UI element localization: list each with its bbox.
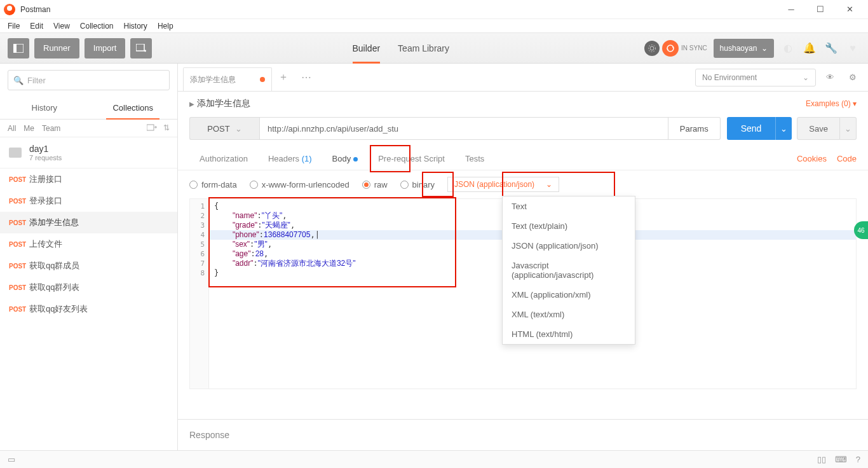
history-tab[interactable]: History — [0, 97, 89, 119]
ct-option-html[interactable]: HTML (text/html) — [503, 324, 635, 344]
folder-icon — [9, 148, 22, 158]
chevron-down-icon: ⌄ — [803, 73, 809, 82]
bell-icon[interactable]: 🔔 — [802, 42, 817, 54]
save-dropdown[interactable]: ⌄ — [840, 117, 857, 140]
svg-rect-2 — [136, 44, 144, 51]
status-left-icon[interactable]: ▭ — [8, 455, 15, 464]
params-button[interactable]: Params — [668, 117, 721, 140]
sidebar-request[interactable]: POST添加学生信息 — [0, 212, 177, 233]
svg-point-6 — [649, 45, 656, 52]
svg-rect-9 — [147, 125, 154, 130]
sync-icon[interactable] — [662, 40, 679, 57]
scope-team[interactable]: Team — [42, 124, 60, 133]
tab-menu-button[interactable]: ⋯ — [295, 71, 318, 83]
menu-file[interactable]: File — [3, 22, 25, 31]
menubar: File Edit View Collection History Help — [0, 19, 868, 33]
keyboard-icon[interactable]: ⌨ — [835, 455, 847, 464]
content-type-select[interactable]: JSON (application/json) ⌄ — [447, 177, 559, 192]
examples-link[interactable]: Examples (0) ▾ — [806, 99, 857, 108]
dirty-indicator — [260, 77, 265, 82]
sort-icon[interactable]: ⇅ — [163, 123, 170, 133]
formdata-radio[interactable]: form-data — [189, 180, 237, 189]
ct-option-javascript[interactable]: Javascript (application/javascript) — [503, 256, 635, 285]
sidebar-request[interactable]: POST获取qq群成员 — [0, 255, 177, 277]
chevron-down-icon: ⌄ — [235, 124, 242, 134]
collection-day1[interactable]: day1 7 requests — [0, 137, 177, 169]
wrench-icon[interactable]: 🔧 — [824, 42, 839, 54]
scope-all[interactable]: All — [8, 124, 16, 133]
body-tab[interactable]: Body — [322, 148, 369, 170]
proxy-icon[interactable] — [644, 41, 660, 56]
urlencoded-radio[interactable]: x-www-form-urlencoded — [250, 180, 349, 189]
ct-option-xml-text[interactable]: XML (text/xml) — [503, 305, 635, 324]
builder-tab[interactable]: Builder — [353, 33, 381, 64]
team-library-tab[interactable]: Team Library — [398, 33, 449, 64]
tests-tab[interactable]: Tests — [455, 148, 494, 170]
sidebar-request[interactable]: POST获取qq好友列表 — [0, 298, 177, 320]
request-tab[interactable]: 添加学生信息 — [183, 67, 272, 91]
sidebar-request[interactable]: POST注册接口 — [0, 169, 177, 190]
window-close[interactable]: ✕ — [835, 0, 864, 19]
runner-button[interactable]: Runner — [34, 38, 79, 59]
window-minimize[interactable]: ─ — [776, 0, 806, 19]
ct-option-json[interactable]: JSON (application/json) — [503, 236, 635, 256]
help-icon[interactable]: ? — [856, 455, 860, 464]
binary-radio[interactable]: binary — [400, 180, 435, 189]
ct-option-text[interactable]: Text — [503, 196, 635, 216]
new-window-button[interactable] — [130, 38, 152, 59]
search-icon: 🔍 — [13, 76, 24, 85]
code-link[interactable]: Code — [837, 154, 857, 163]
authorization-tab[interactable]: Authorization — [189, 148, 258, 170]
side-badge[interactable]: 46 — [854, 221, 868, 239]
environment-select[interactable]: No Environment ⌄ — [695, 69, 816, 86]
app-icon — [4, 4, 15, 15]
collections-tab[interactable]: Collections — [89, 97, 178, 119]
sidebar-request[interactable]: POST登录接口 — [0, 190, 177, 212]
line-gutter: 12345678 — [190, 199, 209, 389]
method-select[interactable]: POST ⌄ — [189, 117, 259, 140]
send-button[interactable]: Send — [727, 117, 776, 140]
chevron-down-icon: ⌄ — [546, 180, 552, 189]
globe-icon[interactable]: ◐ — [780, 42, 796, 54]
svg-point-5 — [650, 46, 654, 50]
content-type-menu: Text Text (text/plain) JSON (application… — [502, 196, 635, 345]
sidebar-toggle[interactable] — [8, 38, 29, 59]
scope-me[interactable]: Me — [24, 124, 34, 133]
ct-option-text-plain[interactable]: Text (text/plain) — [503, 216, 635, 236]
sidebar-request[interactable]: POST获取qq群列表 — [0, 277, 177, 298]
save-button[interactable]: Save — [797, 117, 840, 140]
sidebar-request[interactable]: POST上传文件 — [0, 233, 177, 255]
window-maximize[interactable]: ☐ — [806, 0, 835, 19]
ct-option-xml-app[interactable]: XML (application/xml) — [503, 285, 635, 305]
svg-rect-1 — [13, 44, 17, 53]
env-preview-icon[interactable]: 👁 — [821, 69, 839, 86]
import-button[interactable]: Import — [85, 38, 126, 59]
request-title: ▶ 添加学生信息 — [189, 98, 250, 109]
menu-help[interactable]: Help — [153, 22, 179, 31]
menu-edit[interactable]: Edit — [25, 22, 48, 31]
new-tab-button[interactable]: ＋ — [272, 71, 295, 84]
headers-tab[interactable]: Headers (1) — [258, 148, 322, 170]
add-collection-icon[interactable] — [147, 123, 157, 133]
menu-view[interactable]: View — [48, 22, 75, 31]
url-input[interactable] — [259, 117, 668, 140]
heart-icon[interactable]: ♥ — [845, 43, 860, 54]
response-section: Response — [178, 419, 868, 450]
user-menu[interactable]: hushaoyan ⌄ — [714, 39, 774, 58]
layout-icon[interactable]: ▯▯ — [817, 455, 826, 464]
send-dropdown[interactable]: ⌄ — [775, 117, 792, 140]
menu-history[interactable]: History — [119, 22, 153, 31]
sync-status: IN SYNC — [681, 45, 707, 52]
filter-input[interactable]: 🔍 Filter — [8, 70, 170, 90]
raw-radio[interactable]: raw — [362, 180, 388, 189]
prerequest-tab[interactable]: Pre-request Script — [368, 148, 455, 170]
window-title: Postman — [20, 5, 50, 14]
settings-icon[interactable]: ⚙ — [844, 69, 862, 86]
menu-collection[interactable]: Collection — [75, 22, 119, 31]
cookies-link[interactable]: Cookies — [797, 154, 827, 163]
